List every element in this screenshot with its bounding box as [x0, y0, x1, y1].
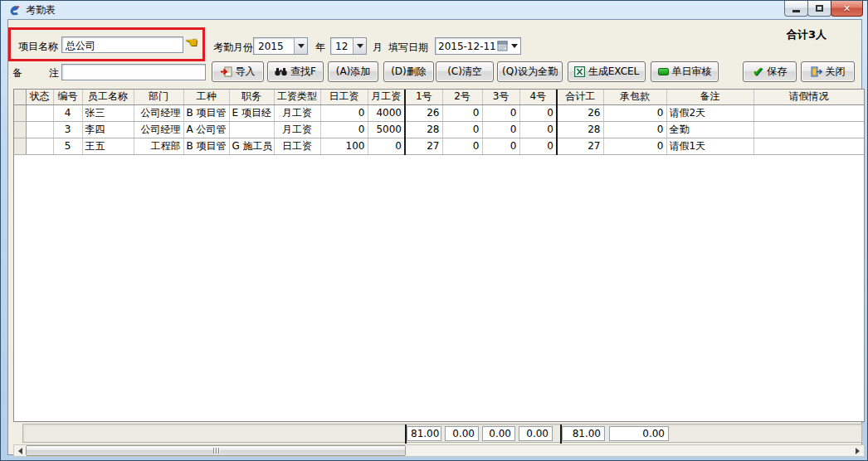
cell-r2-c5[interactable]: G 施工员	[229, 138, 274, 154]
scroll-left-button[interactable]	[14, 445, 27, 456]
daily-audit-button[interactable]: 单日审核	[651, 61, 719, 82]
cell-r2-c10[interactable]: 0	[442, 138, 482, 154]
column-header-16[interactable]: 请假情况	[753, 90, 864, 104]
cell-r2-c9[interactable]: 27	[405, 138, 442, 154]
cell-r2-c15[interactable]: 请假1天	[666, 138, 753, 154]
month-dropdown-arrow[interactable]	[353, 38, 366, 54]
cell-r1-c15[interactable]: 全勤	[666, 121, 753, 138]
close-window-button[interactable]: ✕	[831, 1, 863, 17]
cell-r1-c3[interactable]: 公司经理	[134, 121, 183, 138]
cell-r0-c7[interactable]: 0	[320, 104, 368, 121]
cell-r2-c3[interactable]: 工程部	[134, 138, 183, 154]
row-selector[interactable]	[14, 138, 26, 154]
cell-r1-c16[interactable]	[753, 121, 864, 138]
column-header-4[interactable]: 工种	[183, 90, 229, 104]
column-header-6[interactable]: 工资类型	[274, 90, 320, 104]
import-button[interactable]: 导入	[212, 61, 264, 82]
column-header-13[interactable]: 合计工	[557, 90, 603, 104]
cell-r0-c3[interactable]: 公司经理	[134, 104, 183, 121]
cell-r1-c12[interactable]: 0	[519, 121, 557, 138]
cell-r1-c11[interactable]: 0	[482, 121, 519, 138]
cell-r0-c6[interactable]: 月工资	[274, 104, 320, 121]
row-selector[interactable]	[14, 104, 26, 121]
cell-r0-c2[interactable]: 张三	[82, 104, 134, 121]
cell-r2-c0[interactable]	[26, 138, 53, 154]
cell-r0-c0[interactable]	[26, 104, 53, 121]
cell-r0-c10[interactable]: 0	[442, 104, 482, 121]
cell-r0-c8[interactable]: 4000	[368, 104, 405, 121]
cell-r2-c11[interactable]: 0	[482, 138, 519, 154]
close-button[interactable]: 关闭	[801, 61, 855, 82]
restore-button[interactable]	[807, 1, 831, 17]
cell-r1-c9[interactable]: 28	[405, 121, 442, 138]
horizontal-scrollbar[interactable]	[13, 444, 865, 457]
find-button[interactable]: 查找F	[267, 61, 324, 82]
column-header-12[interactable]: 4号	[519, 90, 557, 104]
date-dropdown-arrow[interactable]	[511, 44, 518, 48]
cell-r1-c4[interactable]: A 公司管	[183, 121, 229, 138]
column-header-3[interactable]: 部门	[134, 90, 183, 104]
cell-r0-c9[interactable]: 26	[405, 104, 442, 121]
cell-r1-c2[interactable]: 李四	[82, 121, 134, 138]
table-row[interactable]: 4张三公司经理B 项目管E 项目经月工资0400026000260请假2天	[14, 104, 864, 121]
cell-r0-c12[interactable]: 0	[519, 104, 557, 121]
column-header-9[interactable]: 1号	[405, 90, 442, 104]
cell-r2-c13[interactable]: 27	[557, 138, 603, 154]
cell-r1-c8[interactable]: 5000	[368, 121, 405, 138]
remark-field[interactable]	[61, 64, 206, 80]
title-bar[interactable]: 考勤表	[1, 1, 867, 19]
cell-r1-c5[interactable]	[229, 121, 274, 138]
cell-r2-c2[interactable]: 王五	[82, 138, 134, 154]
column-header-10[interactable]: 2号	[442, 90, 482, 104]
delete-button[interactable]: (D)删除	[383, 61, 434, 82]
column-header-0[interactable]: 状态	[26, 90, 53, 104]
year-select[interactable]: 2015	[253, 37, 308, 55]
column-header-8[interactable]: 月工资	[368, 90, 405, 104]
column-header-11[interactable]: 3号	[482, 90, 519, 104]
minimize-button[interactable]	[784, 1, 808, 17]
calendar-icon[interactable]	[497, 41, 508, 51]
cell-r2-c6[interactable]: 日工资	[274, 138, 320, 154]
year-dropdown-arrow[interactable]	[294, 38, 307, 54]
cell-r1-c1[interactable]: 3	[53, 121, 82, 138]
generate-excel-button[interactable]: 生成EXCEL	[568, 61, 646, 82]
column-header-7[interactable]: 日工资	[320, 90, 368, 104]
project-name-field[interactable]: 总公司	[61, 36, 183, 53]
month-select[interactable]: 12	[330, 37, 367, 55]
cell-r0-c11[interactable]: 0	[482, 104, 519, 121]
fill-date-field[interactable]: 2015-12-11	[435, 37, 521, 55]
column-header-1[interactable]: 编号	[53, 90, 82, 104]
cell-r0-c4[interactable]: B 项目管	[183, 104, 229, 121]
column-header-5[interactable]: 职务	[229, 90, 274, 104]
cell-r2-c8[interactable]: 0	[368, 138, 405, 154]
set-full-attendance-button[interactable]: (Q)设为全勤	[497, 61, 563, 82]
column-header-14[interactable]: 承包款	[603, 90, 666, 104]
cell-r0-c16[interactable]	[753, 104, 864, 121]
row-selector[interactable]	[14, 121, 26, 138]
cell-r0-c1[interactable]: 4	[53, 104, 82, 121]
cell-r2-c16[interactable]	[753, 138, 864, 154]
cell-r1-c7[interactable]: 0	[320, 121, 368, 138]
clear-button[interactable]: (C)清空	[436, 61, 494, 82]
cell-r0-c5[interactable]: E 项目经	[229, 104, 274, 121]
cell-r2-c7[interactable]: 100	[320, 138, 368, 154]
table-row[interactable]: 3李四公司经理A 公司管月工资0500028000280全勤	[14, 121, 864, 138]
cell-r1-c0[interactable]	[26, 121, 53, 138]
cell-r0-c13[interactable]: 26	[557, 104, 603, 121]
cell-r1-c6[interactable]: 月工资	[274, 121, 320, 138]
cell-r2-c12[interactable]: 0	[519, 138, 557, 154]
scroll-right-button[interactable]	[851, 445, 864, 456]
table-row[interactable]: 5王五工程部B 项目管G 施工员日工资100027000270请假1天	[14, 138, 864, 154]
hand-pointer-icon[interactable]: ☚	[185, 34, 197, 51]
cell-r1-c10[interactable]: 0	[442, 121, 482, 138]
cell-r1-c14[interactable]: 0	[603, 121, 666, 138]
cell-r2-c4[interactable]: B 项目管	[183, 138, 229, 154]
cell-r0-c14[interactable]: 0	[603, 104, 666, 121]
cell-r0-c15[interactable]: 请假2天	[666, 104, 753, 121]
add-button[interactable]: (A)添加	[328, 61, 378, 82]
column-header-2[interactable]: 员工名称	[82, 90, 134, 104]
cell-r1-c13[interactable]: 28	[557, 121, 603, 138]
column-header-15[interactable]: 备注	[666, 90, 753, 104]
save-button[interactable]: ✔ 保存	[743, 61, 797, 82]
scrollbar-thumb[interactable]	[26, 445, 406, 456]
